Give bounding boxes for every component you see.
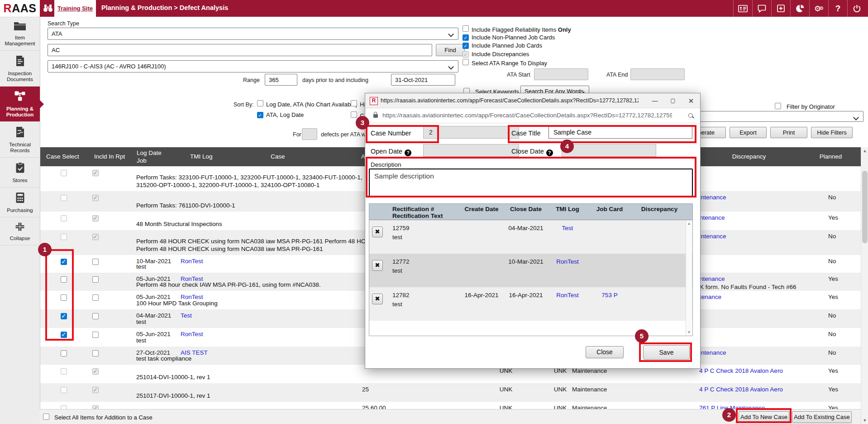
tmi-log-link[interactable]: RonTest bbox=[545, 292, 590, 299]
popup-title-url: https://raasais.aviationintertec.com/app… bbox=[381, 97, 639, 104]
case-select-checkbox bbox=[61, 405, 67, 409]
col-log-date: Log Date bbox=[137, 149, 162, 156]
add-to-new-case-button[interactable]: Add To New Case bbox=[739, 411, 789, 423]
sidebar-item-item-management[interactable]: Item Management bbox=[0, 17, 40, 51]
include-option-checkbox[interactable] bbox=[463, 34, 469, 41]
top-bar: Training Site Planning & Production > De… bbox=[0, 0, 868, 17]
sidebar-item-collapse[interactable]: Collapse bbox=[0, 217, 40, 246]
sidebar-item-inspection-documents[interactable]: Inspection Documents bbox=[0, 51, 40, 87]
sort-option-checkbox[interactable] bbox=[351, 111, 357, 118]
aircraft-select[interactable]: 146RJ100 - C-AIS3 (AC - AVRO 146RJ100) bbox=[48, 60, 458, 72]
maximize-icon[interactable]: ▢ bbox=[664, 93, 682, 108]
open-date-field bbox=[423, 144, 519, 157]
case-select-checkbox[interactable] bbox=[61, 350, 67, 357]
ata-end-label: ATA End bbox=[606, 72, 628, 78]
select-all-checkbox[interactable] bbox=[43, 414, 49, 420]
job-card-link-fragment[interactable]: intenance bbox=[700, 349, 726, 356]
hide-filters-button[interactable]: Hide Filters bbox=[811, 127, 853, 138]
case-select-checkbox[interactable] bbox=[61, 294, 67, 301]
incld-in-rpt-checkbox bbox=[92, 405, 99, 409]
close-button[interactable]: Close bbox=[586, 346, 624, 358]
sidebar-item-stores[interactable]: Stores bbox=[0, 158, 40, 188]
search-type-select[interactable]: ATA bbox=[48, 28, 458, 40]
job-card-link-fragment[interactable]: intenance bbox=[700, 194, 726, 201]
job-card-link-fragment[interactable]: ntenance bbox=[700, 275, 725, 282]
scroll-down-icon[interactable]: ▼ bbox=[686, 330, 692, 334]
col-incld-in-rpt: Incld In Rpt bbox=[94, 153, 125, 160]
sort-option-checkbox[interactable] bbox=[257, 112, 263, 118]
include-option-label: Include Flagged Reliability Items bbox=[472, 26, 558, 33]
incld-in-rpt-checkbox bbox=[92, 195, 99, 201]
include-option-checkbox[interactable] bbox=[463, 43, 469, 49]
incld-in-rpt-checkbox[interactable] bbox=[92, 350, 99, 357]
sidebar-item-purchasing[interactable]: Purchasing bbox=[0, 188, 40, 217]
job-card-link-fragment[interactable]: ntenance bbox=[700, 214, 725, 221]
minimize-icon[interactable]: — bbox=[646, 93, 664, 108]
case-select-checkbox[interactable] bbox=[61, 259, 67, 265]
remove-rectification-button[interactable]: ✖ bbox=[372, 226, 383, 237]
export-button[interactable]: Export bbox=[730, 127, 767, 138]
popup-title-bar[interactable]: R https://raasais.aviationintertec.com/a… bbox=[365, 93, 700, 108]
chat-icon[interactable] bbox=[752, 0, 771, 17]
rect-table-scrollbar[interactable]: ▲ ▼ bbox=[686, 221, 692, 335]
include-option-checkbox bbox=[463, 51, 469, 58]
remove-rectification-button[interactable]: ✖ bbox=[372, 294, 383, 304]
add-icon[interactable] bbox=[771, 0, 790, 17]
scroll-up-icon[interactable]: ▲ bbox=[861, 149, 868, 153]
sidebar-item-technical-records[interactable]: Technical Records bbox=[0, 122, 40, 158]
power-icon[interactable] bbox=[847, 0, 866, 17]
tmi-log-link[interactable]: RonTest bbox=[545, 258, 590, 265]
case-select-checkbox[interactable] bbox=[61, 313, 67, 319]
tab-training-site[interactable]: Training Site bbox=[54, 0, 96, 17]
scroll-up-icon[interactable]: ▲ bbox=[686, 222, 692, 226]
search-input[interactable]: AC bbox=[48, 44, 432, 56]
help-icon[interactable]: ? bbox=[828, 0, 847, 17]
case-title-input[interactable]: Sample Case bbox=[548, 126, 692, 139]
include-option-checkbox[interactable] bbox=[463, 25, 469, 32]
incld-in-rpt-checkbox[interactable] bbox=[92, 313, 99, 319]
zoom-icon[interactable] bbox=[688, 113, 693, 118]
job-card-link[interactable]: 761 P Line Maintenance bbox=[699, 405, 765, 409]
sidebar-item-planning-production[interactable]: Planning & Production bbox=[0, 87, 40, 122]
sort-option: Log Date, ATA (No Chart Available) bbox=[257, 100, 358, 108]
sort-option-checkbox[interactable] bbox=[351, 100, 357, 106]
job-card-link[interactable]: 4 P C Check 2018 Avalon Aero bbox=[699, 367, 783, 374]
find-button[interactable]: Find bbox=[436, 44, 465, 56]
pie-chart-icon[interactable] bbox=[790, 0, 809, 17]
add-to-existing-case-button[interactable]: Add To Existing Case bbox=[792, 411, 852, 423]
table-row: 251017-DVI-10000-1, rev 125UNKUNKMainten… bbox=[40, 383, 861, 402]
planned-value: No bbox=[828, 258, 836, 265]
save-button[interactable]: Save bbox=[643, 345, 690, 360]
incld-in-rpt-checkbox[interactable] bbox=[92, 259, 99, 265]
id-card-icon[interactable] bbox=[733, 0, 752, 17]
range-label: Range bbox=[243, 77, 260, 83]
description-textarea[interactable]: Sample description bbox=[369, 169, 693, 197]
filter-originator-checkbox[interactable] bbox=[775, 103, 781, 111]
scrollbar-thumb[interactable] bbox=[862, 171, 868, 243]
incld-in-rpt-checkbox[interactable] bbox=[92, 276, 99, 283]
rectification-row: ✖12782test16-Apr-202116-Apr-2021RonTest7… bbox=[369, 287, 692, 321]
settings-icon[interactable]: ⚙⚙ bbox=[809, 0, 828, 17]
include-option: Include Discrepancies bbox=[463, 51, 529, 58]
vertical-scrollbar[interactable]: ▲ ▼ bbox=[861, 147, 868, 424]
scroll-down-icon[interactable]: ▼ bbox=[861, 418, 868, 423]
case-select-checkbox[interactable] bbox=[61, 332, 67, 338]
popup-address-url[interactable]: https://raasais.aviationintertec.com/app… bbox=[382, 112, 672, 119]
case-select-checkbox[interactable] bbox=[61, 276, 67, 283]
range-date-input[interactable]: 31-Oct-2021 bbox=[391, 74, 455, 86]
job-card-link[interactable]: 753 P bbox=[587, 292, 632, 299]
range-input[interactable]: 365 bbox=[265, 74, 297, 86]
case-number-field: 2 bbox=[423, 126, 519, 139]
job-card-link[interactable]: 4 P C Check 2018 Avalon Aero bbox=[699, 386, 783, 393]
job-card-link-fragment[interactable]: tenance bbox=[700, 294, 721, 300]
incld-in-rpt-checkbox[interactable] bbox=[92, 294, 99, 301]
close-window-icon[interactable]: ✕ bbox=[682, 93, 700, 108]
planned-value: Yes bbox=[828, 367, 838, 374]
sort-option-checkbox[interactable] bbox=[257, 100, 263, 106]
remove-rectification-button[interactable]: ✖ bbox=[372, 260, 383, 271]
incld-in-rpt-checkbox[interactable] bbox=[92, 332, 99, 338]
include-option-checkbox[interactable] bbox=[463, 59, 469, 65]
tmi-log-link[interactable]: Test bbox=[545, 225, 590, 231]
job-card-link-fragment[interactable]: intenance bbox=[700, 233, 726, 240]
print-button[interactable]: Print bbox=[770, 127, 807, 138]
